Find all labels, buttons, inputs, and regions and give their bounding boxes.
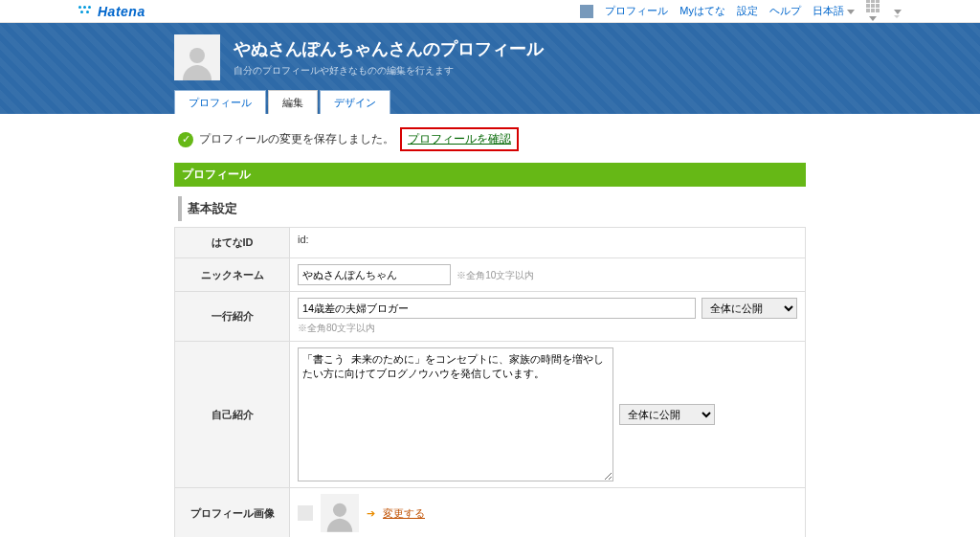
save-success-notice: ✓ プロフィールの変更を保存しました。 プロフィールを確認 xyxy=(174,114,806,163)
topnav-profile-link[interactable]: プロフィール xyxy=(605,4,668,18)
brand-text: Hatena xyxy=(98,4,145,19)
section-profile-bar: プロフィール xyxy=(174,163,806,187)
svg-point-1 xyxy=(333,503,346,517)
change-image-link[interactable]: 変更する xyxy=(383,506,425,521)
svg-point-0 xyxy=(189,48,205,63)
tab-profile[interactable]: プロフィール xyxy=(174,90,266,114)
avatar-silhouette-icon xyxy=(325,500,354,532)
hatena-logo[interactable]: Hatena xyxy=(78,4,145,19)
selfintro-textarea[interactable] xyxy=(298,347,613,481)
topnav-language-selector[interactable]: 日本語 xyxy=(813,4,855,18)
label-profile-image: プロフィール画像 xyxy=(175,488,290,538)
topnav-myhatena-link[interactable]: Myはてな xyxy=(679,4,725,18)
tabs: プロフィール 編集 デザイン xyxy=(174,90,806,114)
topnav-settings-link[interactable]: 設定 xyxy=(737,4,758,18)
chevron-down-icon xyxy=(847,10,855,14)
notice-message: プロフィールの変更を保存しました。 xyxy=(199,131,394,147)
apps-grid-icon xyxy=(866,0,880,12)
page-subtitle: 自分のプロフィールや好きなものの編集を行えます xyxy=(234,64,544,78)
subheading-basic: 基本設定 xyxy=(178,196,806,221)
check-circle-icon: ✓ xyxy=(178,132,193,147)
row-oneline: 一行紹介 全体に公開 ※全角80文字以内 xyxy=(175,292,806,342)
label-nickname: ニックネーム xyxy=(175,258,290,292)
selfintro-visibility-select[interactable]: 全体に公開 xyxy=(619,404,715,425)
label-oneline: 一行紹介 xyxy=(175,292,290,342)
row-selfintro: 自己紹介 全体に公開 xyxy=(175,342,806,488)
hatena-id-prefix: id: xyxy=(298,234,309,245)
avatar-silhouette-icon xyxy=(181,44,213,80)
hatena-logo-dots-icon xyxy=(78,6,94,17)
profile-avatar xyxy=(174,34,220,80)
row-hatena-id: はてなID id: xyxy=(175,228,806,258)
oneline-input[interactable] xyxy=(298,298,696,319)
oneline-hint: ※全角80文字以内 xyxy=(298,322,797,335)
label-hatena-id: はてなID xyxy=(175,228,290,258)
user-icon xyxy=(580,5,593,18)
nickname-input[interactable] xyxy=(298,264,451,285)
nickname-hint: ※全角10文字以内 xyxy=(457,270,534,280)
chevron-down-icon xyxy=(869,16,877,21)
tab-edit[interactable]: 編集 xyxy=(268,90,318,114)
arrow-right-icon: ➔ xyxy=(367,507,375,520)
profile-thumb-small xyxy=(298,505,313,521)
tab-design[interactable]: デザイン xyxy=(320,90,390,114)
row-profile-image: プロフィール画像 ➔ 変更する xyxy=(175,488,806,538)
oneline-visibility-select[interactable]: 全体に公開 xyxy=(702,298,797,319)
confirm-profile-highlight: プロフィールを確認 xyxy=(400,127,519,151)
row-nickname: ニックネーム ※全角10文字以内 xyxy=(175,258,806,292)
profile-form-table: はてなID id: ニックネーム ※全角10文字以内 一行紹介 全体に公開 xyxy=(174,227,806,537)
profile-thumb-large xyxy=(321,494,359,532)
apps-menu[interactable] xyxy=(866,0,880,24)
topnav-help-link[interactable]: ヘルプ xyxy=(769,4,801,18)
label-selfintro: 自己紹介 xyxy=(175,342,290,488)
page-title: やぬさんぽんちゃんさんのプロフィール xyxy=(234,37,544,60)
confirm-profile-link[interactable]: プロフィールを確認 xyxy=(408,132,511,145)
chevron-down-icon xyxy=(894,10,902,14)
notifications-menu[interactable] xyxy=(891,6,902,17)
